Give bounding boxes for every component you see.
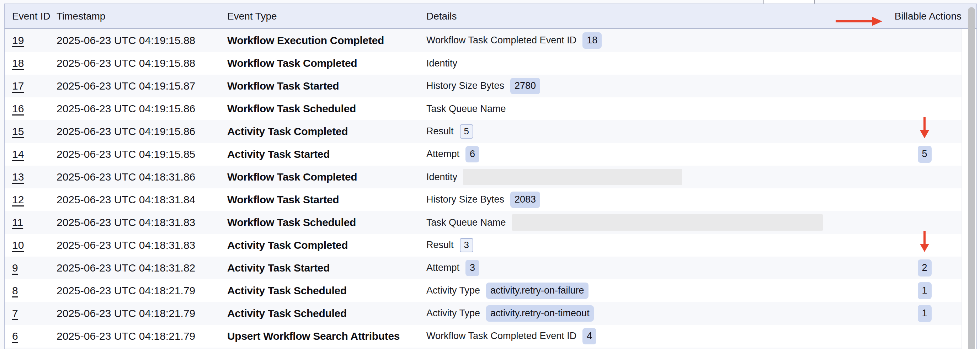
details-cell: Identity (426, 169, 887, 185)
table-row[interactable]: 6 2025-06-23 UTC 04:18:21.79 Upsert Work… (5, 325, 962, 347)
event-history-table: Event ID Timestamp Event Type Details Bi… (4, 3, 977, 349)
event-id-cell: 9 (5, 262, 57, 274)
detail-label: Identity (426, 172, 457, 183)
event-type-cell: Workflow Task Scheduled (227, 103, 426, 115)
timestamp-cell: 2025-06-23 UTC 04:18:31.83 (57, 216, 227, 228)
event-id-link[interactable]: 7 (12, 308, 18, 319)
billable-actions-cell (887, 188, 962, 211)
event-type-cell: Activity Task Scheduled (227, 285, 426, 297)
event-type-cell: Activity Task Scheduled (227, 308, 426, 319)
detail-value-badge: 2083 (510, 192, 540, 208)
table-row[interactable]: 7 2025-06-23 UTC 04:18:21.79 Activity Ta… (5, 302, 962, 325)
detail-label: Workflow Task Completed Event ID (426, 330, 576, 341)
event-type-cell: Upsert Workflow Search Attributes (227, 330, 426, 342)
table-row[interactable]: 16 2025-06-23 UTC 04:19:15.86 Workflow T… (5, 97, 962, 120)
timestamp-cell: 2025-06-23 UTC 04:19:15.85 (57, 148, 227, 160)
event-id-link[interactable]: 10 (12, 239, 24, 251)
billable-actions-badge: 2 (918, 259, 932, 276)
event-type-cell: Activity Task Completed (227, 239, 426, 251)
detail-value-badge: 2780 (510, 78, 540, 94)
event-type-cell: Workflow Execution Completed (227, 35, 426, 46)
details-cell: Workflow Task Completed Event ID 18 (426, 32, 887, 48)
table-row[interactable]: 14 2025-06-23 UTC 04:19:15.85 Activity T… (5, 143, 962, 166)
event-id-link[interactable]: 11 (12, 216, 23, 228)
details-cell: Attempt 6 (426, 146, 887, 162)
timestamp-cell: 2025-06-23 UTC 04:19:15.88 (57, 35, 227, 46)
billable-actions-cell (887, 97, 962, 120)
billable-actions-cell: 2 (887, 257, 962, 279)
detail-label: Attempt (426, 149, 460, 160)
detail-label: Identity (426, 58, 457, 69)
detail-value-badge: 4 (582, 328, 596, 344)
event-id-link[interactable]: 8 (12, 285, 18, 297)
detail-label: Attempt (426, 262, 460, 273)
detail-value-badge: activity.retry-on-failure (486, 282, 589, 298)
table-body: 19 2025-06-23 UTC 04:19:15.88 Workflow E… (5, 29, 977, 347)
partial-next-row (5, 347, 962, 349)
detail-label: Result (426, 126, 454, 137)
billable-actions-cell: 1 (887, 279, 962, 302)
timestamp-cell: 2025-06-23 UTC 04:18:21.79 (57, 330, 227, 342)
event-type-cell: Activity Task Started (227, 148, 426, 160)
event-id-cell: 18 (5, 57, 57, 69)
event-id-cell: 7 (5, 308, 57, 319)
table-row[interactable]: 9 2025-06-23 UTC 04:18:31.82 Activity Ta… (5, 257, 962, 279)
event-id-link[interactable]: 9 (12, 262, 18, 274)
details-cell: History Size Bytes 2780 (426, 78, 887, 94)
event-id-link[interactable]: 17 (12, 80, 24, 92)
scrollbar-thumb[interactable] (968, 7, 975, 349)
event-id-cell: 17 (5, 80, 57, 92)
billable-actions-badge: 5 (918, 146, 932, 162)
event-id-link[interactable]: 19 (12, 35, 24, 46)
detail-value-badge: 18 (582, 32, 601, 48)
timestamp-cell: 2025-06-23 UTC 04:19:15.88 (57, 57, 227, 69)
table-row[interactable]: 12 2025-06-23 UTC 04:18:31.84 Workflow T… (5, 188, 962, 211)
details-cell: Task Queue Name (426, 103, 887, 114)
redacted-value-box (463, 169, 682, 185)
detail-label: Workflow Task Completed Event ID (426, 35, 576, 46)
details-cell: Workflow Task Completed Event ID 4 (426, 328, 887, 344)
event-id-cell: 16 (5, 103, 57, 115)
table-row[interactable]: 11 2025-06-23 UTC 04:18:31.83 Workflow T… (5, 211, 962, 234)
event-id-link[interactable]: 13 (12, 171, 24, 183)
event-id-cell: 6 (5, 330, 57, 342)
event-type-cell: Workflow Task Completed (227, 57, 426, 69)
detail-value-badge: activity.retry-on-timeout (486, 305, 594, 321)
event-id-cell: 14 (5, 148, 57, 160)
annotation-arrow-down-icon (919, 117, 930, 139)
billable-actions-cell: 1 (887, 302, 962, 325)
event-id-link[interactable]: 16 (12, 103, 24, 114)
table-row[interactable]: 19 2025-06-23 UTC 04:19:15.88 Workflow E… (5, 29, 962, 52)
event-id-link[interactable]: 15 (12, 125, 24, 137)
timestamp-cell: 2025-06-23 UTC 04:18:31.86 (57, 171, 227, 183)
event-id-link[interactable]: 12 (12, 194, 24, 205)
table-row[interactable]: 10 2025-06-23 UTC 04:18:31.83 Activity T… (5, 234, 962, 257)
event-id-link[interactable]: 6 (12, 330, 18, 342)
billable-actions-cell (887, 166, 962, 188)
event-id-cell: 8 (5, 285, 57, 297)
table-row[interactable]: 18 2025-06-23 UTC 04:19:15.88 Workflow T… (5, 52, 962, 75)
event-id-link[interactable]: 14 (12, 148, 24, 160)
billable-actions-cell (887, 29, 962, 52)
table-row[interactable]: 15 2025-06-23 UTC 04:19:15.86 Activity T… (5, 120, 962, 143)
detail-value-badge: 5 (460, 124, 473, 139)
table-row[interactable]: 13 2025-06-23 UTC 04:18:31.86 Workflow T… (5, 166, 962, 188)
timestamp-cell: 2025-06-23 UTC 04:18:31.82 (57, 262, 227, 274)
detail-label: History Size Bytes (426, 194, 504, 205)
detail-label: Task Queue Name (426, 217, 506, 228)
timestamp-cell: 2025-06-23 UTC 04:19:15.86 (57, 125, 227, 138)
event-type-cell: Workflow Task Completed (227, 171, 426, 183)
table-row[interactable]: 17 2025-06-23 UTC 04:19:15.87 Workflow T… (5, 75, 962, 97)
details-cell: Identity (426, 58, 887, 69)
timestamp-cell: 2025-06-23 UTC 04:18:21.79 (57, 308, 227, 319)
details-cell: Result 3 (426, 238, 887, 252)
event-type-cell: Workflow Task Started (227, 194, 426, 206)
header-event-type: Event Type (227, 11, 426, 22)
detail-label: History Size Bytes (426, 80, 504, 91)
details-cell: Result 5 (426, 124, 887, 139)
billable-actions-cell (887, 52, 962, 75)
table-row[interactable]: 8 2025-06-23 UTC 04:18:21.79 Activity Ta… (5, 279, 962, 302)
details-cell: History Size Bytes 2083 (426, 192, 887, 208)
event-id-link[interactable]: 18 (12, 57, 24, 69)
table-header-row: Event ID Timestamp Event Type Details Bi… (5, 4, 977, 29)
